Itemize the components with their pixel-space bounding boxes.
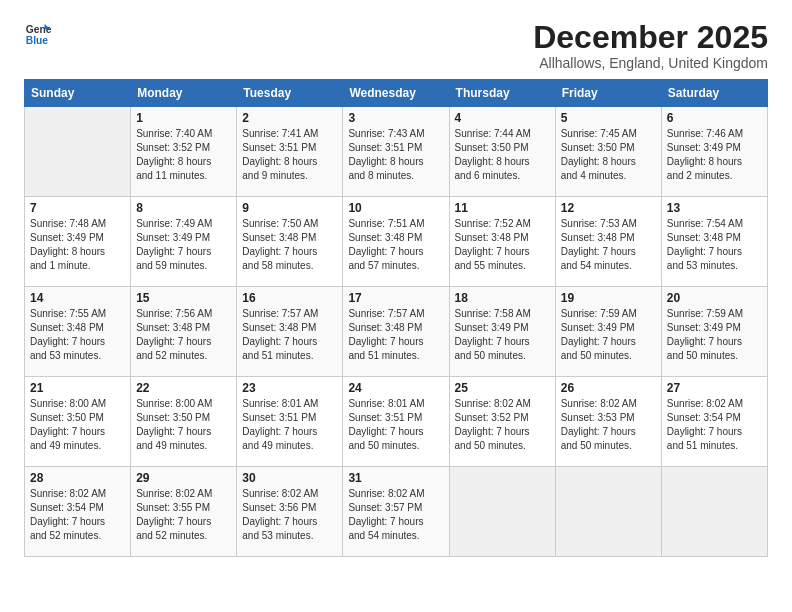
day-number: 22 — [136, 381, 231, 395]
day-info: Sunrise: 7:45 AMSunset: 3:50 PMDaylight:… — [561, 127, 656, 183]
calendar-cell: 21Sunrise: 8:00 AMSunset: 3:50 PMDayligh… — [25, 377, 131, 467]
day-number: 6 — [667, 111, 762, 125]
day-info: Sunrise: 7:43 AMSunset: 3:51 PMDaylight:… — [348, 127, 443, 183]
calendar-cell: 10Sunrise: 7:51 AMSunset: 3:48 PMDayligh… — [343, 197, 449, 287]
calendar: SundayMondayTuesdayWednesdayThursdayFrid… — [24, 79, 768, 557]
calendar-cell: 23Sunrise: 8:01 AMSunset: 3:51 PMDayligh… — [237, 377, 343, 467]
day-number: 9 — [242, 201, 337, 215]
day-info: Sunrise: 8:01 AMSunset: 3:51 PMDaylight:… — [348, 397, 443, 453]
header-sunday: Sunday — [25, 80, 131, 107]
day-number: 28 — [30, 471, 125, 485]
svg-text:General: General — [26, 24, 52, 35]
calendar-cell: 20Sunrise: 7:59 AMSunset: 3:49 PMDayligh… — [661, 287, 767, 377]
calendar-cell: 5Sunrise: 7:45 AMSunset: 3:50 PMDaylight… — [555, 107, 661, 197]
title-block: December 2025 Allhallows, England, Unite… — [533, 20, 768, 71]
day-number: 4 — [455, 111, 550, 125]
day-info: Sunrise: 7:53 AMSunset: 3:48 PMDaylight:… — [561, 217, 656, 273]
day-info: Sunrise: 7:56 AMSunset: 3:48 PMDaylight:… — [136, 307, 231, 363]
day-number: 10 — [348, 201, 443, 215]
day-number: 23 — [242, 381, 337, 395]
calendar-cell: 24Sunrise: 8:01 AMSunset: 3:51 PMDayligh… — [343, 377, 449, 467]
calendar-cell: 11Sunrise: 7:52 AMSunset: 3:48 PMDayligh… — [449, 197, 555, 287]
calendar-cell: 16Sunrise: 7:57 AMSunset: 3:48 PMDayligh… — [237, 287, 343, 377]
calendar-cell — [661, 467, 767, 557]
page-header: General Blue December 2025 Allhallows, E… — [24, 20, 768, 71]
day-number: 18 — [455, 291, 550, 305]
calendar-cell: 25Sunrise: 8:02 AMSunset: 3:52 PMDayligh… — [449, 377, 555, 467]
day-number: 25 — [455, 381, 550, 395]
day-number: 16 — [242, 291, 337, 305]
calendar-cell: 7Sunrise: 7:48 AMSunset: 3:49 PMDaylight… — [25, 197, 131, 287]
day-number: 20 — [667, 291, 762, 305]
logo: General Blue — [24, 20, 52, 48]
day-info: Sunrise: 7:55 AMSunset: 3:48 PMDaylight:… — [30, 307, 125, 363]
header-saturday: Saturday — [661, 80, 767, 107]
calendar-cell: 2Sunrise: 7:41 AMSunset: 3:51 PMDaylight… — [237, 107, 343, 197]
day-info: Sunrise: 7:51 AMSunset: 3:48 PMDaylight:… — [348, 217, 443, 273]
calendar-cell: 18Sunrise: 7:58 AMSunset: 3:49 PMDayligh… — [449, 287, 555, 377]
day-number: 7 — [30, 201, 125, 215]
calendar-cell: 30Sunrise: 8:02 AMSunset: 3:56 PMDayligh… — [237, 467, 343, 557]
calendar-cell: 26Sunrise: 8:02 AMSunset: 3:53 PMDayligh… — [555, 377, 661, 467]
day-info: Sunrise: 7:58 AMSunset: 3:49 PMDaylight:… — [455, 307, 550, 363]
day-info: Sunrise: 7:59 AMSunset: 3:49 PMDaylight:… — [561, 307, 656, 363]
calendar-cell: 22Sunrise: 8:00 AMSunset: 3:50 PMDayligh… — [131, 377, 237, 467]
calendar-cell — [25, 107, 131, 197]
calendar-week-3: 14Sunrise: 7:55 AMSunset: 3:48 PMDayligh… — [25, 287, 768, 377]
day-number: 11 — [455, 201, 550, 215]
day-number: 12 — [561, 201, 656, 215]
day-number: 3 — [348, 111, 443, 125]
calendar-cell: 29Sunrise: 8:02 AMSunset: 3:55 PMDayligh… — [131, 467, 237, 557]
calendar-cell: 19Sunrise: 7:59 AMSunset: 3:49 PMDayligh… — [555, 287, 661, 377]
day-info: Sunrise: 8:02 AMSunset: 3:52 PMDaylight:… — [455, 397, 550, 453]
day-info: Sunrise: 8:02 AMSunset: 3:53 PMDaylight:… — [561, 397, 656, 453]
calendar-cell: 4Sunrise: 7:44 AMSunset: 3:50 PMDaylight… — [449, 107, 555, 197]
day-number: 26 — [561, 381, 656, 395]
calendar-cell: 1Sunrise: 7:40 AMSunset: 3:52 PMDaylight… — [131, 107, 237, 197]
day-info: Sunrise: 7:54 AMSunset: 3:48 PMDaylight:… — [667, 217, 762, 273]
day-number: 29 — [136, 471, 231, 485]
day-info: Sunrise: 7:41 AMSunset: 3:51 PMDaylight:… — [242, 127, 337, 183]
calendar-cell: 14Sunrise: 7:55 AMSunset: 3:48 PMDayligh… — [25, 287, 131, 377]
calendar-cell: 17Sunrise: 7:57 AMSunset: 3:48 PMDayligh… — [343, 287, 449, 377]
day-info: Sunrise: 8:02 AMSunset: 3:56 PMDaylight:… — [242, 487, 337, 543]
day-number: 15 — [136, 291, 231, 305]
calendar-cell — [555, 467, 661, 557]
calendar-cell: 27Sunrise: 8:02 AMSunset: 3:54 PMDayligh… — [661, 377, 767, 467]
day-info: Sunrise: 7:57 AMSunset: 3:48 PMDaylight:… — [348, 307, 443, 363]
day-info: Sunrise: 7:44 AMSunset: 3:50 PMDaylight:… — [455, 127, 550, 183]
day-info: Sunrise: 7:46 AMSunset: 3:49 PMDaylight:… — [667, 127, 762, 183]
month-year: December 2025 — [533, 20, 768, 55]
day-info: Sunrise: 8:02 AMSunset: 3:55 PMDaylight:… — [136, 487, 231, 543]
calendar-cell — [449, 467, 555, 557]
day-info: Sunrise: 8:02 AMSunset: 3:54 PMDaylight:… — [30, 487, 125, 543]
header-monday: Monday — [131, 80, 237, 107]
calendar-cell: 31Sunrise: 8:02 AMSunset: 3:57 PMDayligh… — [343, 467, 449, 557]
day-number: 13 — [667, 201, 762, 215]
day-number: 1 — [136, 111, 231, 125]
calendar-cell: 12Sunrise: 7:53 AMSunset: 3:48 PMDayligh… — [555, 197, 661, 287]
calendar-cell: 8Sunrise: 7:49 AMSunset: 3:49 PMDaylight… — [131, 197, 237, 287]
day-info: Sunrise: 8:02 AMSunset: 3:57 PMDaylight:… — [348, 487, 443, 543]
day-info: Sunrise: 7:49 AMSunset: 3:49 PMDaylight:… — [136, 217, 231, 273]
day-info: Sunrise: 7:48 AMSunset: 3:49 PMDaylight:… — [30, 217, 125, 273]
day-number: 8 — [136, 201, 231, 215]
day-number: 19 — [561, 291, 656, 305]
day-info: Sunrise: 7:57 AMSunset: 3:48 PMDaylight:… — [242, 307, 337, 363]
header-thursday: Thursday — [449, 80, 555, 107]
day-number: 2 — [242, 111, 337, 125]
location: Allhallows, England, United Kingdom — [533, 55, 768, 71]
day-info: Sunrise: 8:00 AMSunset: 3:50 PMDaylight:… — [136, 397, 231, 453]
calendar-cell: 13Sunrise: 7:54 AMSunset: 3:48 PMDayligh… — [661, 197, 767, 287]
calendar-cell: 15Sunrise: 7:56 AMSunset: 3:48 PMDayligh… — [131, 287, 237, 377]
day-info: Sunrise: 8:02 AMSunset: 3:54 PMDaylight:… — [667, 397, 762, 453]
day-number: 24 — [348, 381, 443, 395]
calendar-week-4: 21Sunrise: 8:00 AMSunset: 3:50 PMDayligh… — [25, 377, 768, 467]
header-wednesday: Wednesday — [343, 80, 449, 107]
calendar-cell: 28Sunrise: 8:02 AMSunset: 3:54 PMDayligh… — [25, 467, 131, 557]
header-friday: Friday — [555, 80, 661, 107]
day-info: Sunrise: 7:50 AMSunset: 3:48 PMDaylight:… — [242, 217, 337, 273]
calendar-week-2: 7Sunrise: 7:48 AMSunset: 3:49 PMDaylight… — [25, 197, 768, 287]
day-info: Sunrise: 8:01 AMSunset: 3:51 PMDaylight:… — [242, 397, 337, 453]
calendar-cell: 6Sunrise: 7:46 AMSunset: 3:49 PMDaylight… — [661, 107, 767, 197]
